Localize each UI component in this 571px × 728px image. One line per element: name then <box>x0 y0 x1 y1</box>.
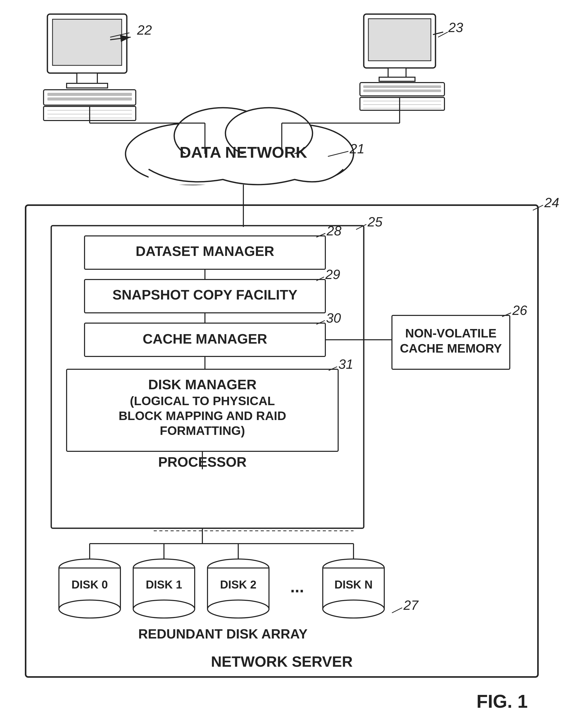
disk2-label: DISK 2 <box>220 578 256 591</box>
dataset-manager-label: DATASET MANAGER <box>136 243 274 259</box>
network-server-label: NETWORK SERVER <box>211 653 352 670</box>
ref-21: 21 <box>349 141 364 156</box>
svg-rect-5 <box>47 93 132 96</box>
svg-rect-13 <box>368 19 431 61</box>
ref-28: 28 <box>326 223 341 238</box>
disk-manager-label: DISK MANAGER <box>148 377 256 392</box>
cache-manager-label: CACHE MANAGER <box>143 331 267 346</box>
data-network-label: DATA NETWORK <box>180 143 307 161</box>
svg-point-74 <box>208 600 269 618</box>
ref-25: 25 <box>367 214 383 229</box>
ref-24: 24 <box>544 195 559 210</box>
svg-rect-16 <box>360 83 444 96</box>
ref-22: 22 <box>137 22 152 37</box>
svg-point-79 <box>323 600 384 618</box>
fig-label: FIG. 1 <box>476 691 528 712</box>
disk-manager-sub1: (LOGICAL TO PHYSICAL <box>130 394 275 408</box>
svg-rect-1 <box>52 19 122 65</box>
non-volatile-label1: NON-VOLATILE <box>405 327 496 340</box>
svg-rect-3 <box>67 83 108 88</box>
svg-rect-17 <box>363 85 441 88</box>
ref-29: 29 <box>325 267 340 282</box>
disk-manager-sub3: FORMATTING) <box>160 424 245 438</box>
disk0-label: DISK 0 <box>72 578 108 591</box>
svg-rect-18 <box>363 89 441 92</box>
svg-rect-6 <box>47 97 132 100</box>
ref-31: 31 <box>338 357 353 372</box>
svg-point-64 <box>59 600 120 618</box>
svg-rect-2 <box>77 73 97 83</box>
ref-26: 26 <box>512 303 527 318</box>
disk1-label: DISK 1 <box>146 578 182 591</box>
ref-30: 30 <box>326 310 341 326</box>
non-volatile-label2: CACHE MEMORY <box>400 342 502 355</box>
disk-manager-sub2: BLOCK MAPPING AND RAID <box>119 409 286 423</box>
ref-27: 27 <box>403 598 419 613</box>
svg-point-69 <box>133 600 195 618</box>
diskn-label: DISK N <box>334 578 372 591</box>
snapshot-copy-label: SNAPSHOT COPY FACILITY <box>112 287 298 302</box>
diagram: 22 23 21 DATA NETWORK 24 25 D <box>0 0 571 728</box>
main-diagram-svg: 22 23 21 DATA NETWORK 24 25 D <box>0 0 571 728</box>
redundant-disk-label: REDUNDANT DISK ARRAY <box>138 626 308 641</box>
dots-label: ... <box>290 577 304 596</box>
ref-23: 23 <box>448 20 463 35</box>
svg-rect-15 <box>379 77 415 81</box>
svg-rect-14 <box>388 68 406 77</box>
